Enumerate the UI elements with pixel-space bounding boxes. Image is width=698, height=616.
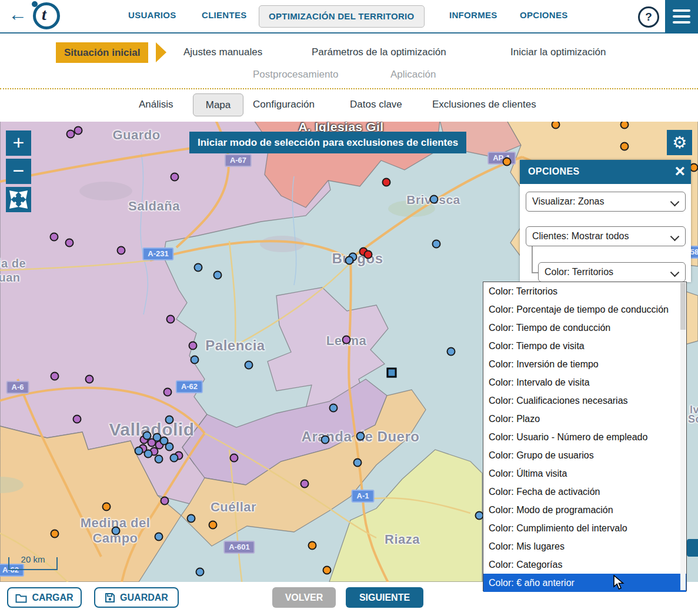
customer-marker[interactable]: [155, 455, 163, 464]
customer-marker[interactable]: [356, 432, 365, 441]
tab-mapa[interactable]: Mapa: [193, 93, 243, 116]
dropdown-scrollbar[interactable]: [680, 283, 686, 590]
help-icon[interactable]: ?: [638, 6, 659, 28]
customer-marker[interactable]: [144, 450, 153, 458]
color-option[interactable]: Color: Grupo de usuarios: [483, 446, 686, 464]
customer-marker[interactable]: [189, 342, 198, 350]
step-iniciar-optimizacion[interactable]: Iniciar la optimización: [510, 46, 606, 58]
customer-marker[interactable]: [382, 178, 391, 187]
customer-marker[interactable]: [85, 375, 94, 384]
volver-button[interactable]: VOLVER: [272, 587, 336, 608]
customer-marker[interactable]: [165, 443, 174, 451]
color-option[interactable]: Color: Intervalo de visita: [483, 373, 686, 391]
back-arrow-icon[interactable]: ←: [8, 4, 27, 25]
customer-marker[interactable]: [447, 347, 456, 356]
customer-marker[interactable]: [187, 514, 196, 523]
color-option[interactable]: Color: Tiempo de conducción: [483, 319, 686, 337]
color-option[interactable]: Color: Cumplimiento del intervalo: [483, 519, 686, 537]
color-option[interactable]: Color: Mis lugares: [483, 537, 686, 555]
cargar-button[interactable]: CARGAR: [7, 587, 82, 608]
step-parametros[interactable]: Parámetros de la optimización: [312, 46, 446, 58]
customer-marker[interactable]: [163, 388, 172, 397]
customer-marker[interactable]: [112, 527, 121, 535]
visualizar-select[interactable]: Visualizar: Zonas: [526, 192, 686, 212]
customer-marker[interactable]: [51, 372, 59, 381]
customer-marker[interactable]: [196, 568, 205, 577]
nav-opciones[interactable]: OPCIONES: [520, 10, 568, 20]
hamburger-menu-icon[interactable]: [665, 0, 698, 34]
map-settings-gear-icon[interactable]: ⚙: [667, 130, 692, 155]
tab-datos-clave[interactable]: Datos clave: [350, 99, 402, 111]
customer-marker[interactable]: [194, 263, 203, 272]
nav-usuarios[interactable]: USUARIOS: [128, 10, 176, 20]
color-option[interactable]: Color: Tiempo de visita: [483, 337, 686, 355]
customer-marker[interactable]: [342, 336, 351, 344]
zoom-in-button[interactable]: +: [6, 130, 31, 156]
color-option[interactable]: Color: Cualificaciones necesarias: [483, 391, 686, 410]
nav-informes[interactable]: INFORMES: [449, 10, 497, 20]
customer-marker[interactable]: [300, 480, 309, 488]
customer-marker[interactable]: [73, 415, 82, 424]
customer-marker[interactable]: [65, 239, 74, 247]
customer-marker[interactable]: [166, 315, 175, 324]
customer-marker[interactable]: [308, 541, 317, 550]
customer-marker[interactable]: [345, 256, 354, 265]
customer-marker[interactable]: [430, 195, 439, 204]
customer-marker[interactable]: [191, 356, 199, 364]
color-option[interactable]: Color: Inversión de tiempo: [483, 355, 686, 373]
hidden-map-button[interactable]: [687, 539, 698, 557]
step-ajustes-manuales[interactable]: Ajustes manuales: [183, 46, 262, 58]
nav-clientes[interactable]: CLIENTES: [202, 10, 247, 20]
customer-marker[interactable]: [135, 447, 143, 456]
home-marker[interactable]: [387, 368, 397, 378]
customer-marker[interactable]: [102, 503, 111, 511]
tab-configuracion[interactable]: Configuración: [253, 99, 315, 111]
customer-marker[interactable]: [74, 126, 83, 135]
customer-marker[interactable]: [329, 404, 338, 413]
customer-marker[interactable]: [171, 173, 179, 182]
customer-marker[interactable]: [161, 497, 169, 505]
nav-optimizacion-territorio[interactable]: OPTIMIZACIÓN DEL TERRITORIO: [259, 5, 425, 28]
color-option[interactable]: Color: Categorías: [483, 555, 686, 574]
tab-analisis[interactable]: Análisis: [139, 99, 173, 111]
siguiente-button[interactable]: SIGUIENTE: [346, 587, 423, 608]
selection-mode-banner-button[interactable]: Iniciar modo de selección para exclusion…: [189, 132, 466, 153]
customer-marker[interactable]: [165, 416, 174, 424]
customer-marker[interactable]: [213, 271, 222, 280]
customer-marker[interactable]: [552, 120, 560, 129]
color-option[interactable]: Color: Plazo: [483, 410, 686, 428]
color-option[interactable]: Color: Última visita: [483, 464, 686, 483]
tab-exclusiones[interactable]: Exclusiones de clientes: [432, 99, 536, 111]
customer-marker[interactable]: [51, 530, 59, 538]
customer-marker[interactable]: [170, 454, 179, 463]
customer-marker[interactable]: [245, 361, 253, 370]
customer-marker[interactable]: [117, 246, 126, 255]
customer-marker[interactable]: [143, 431, 152, 440]
customer-marker[interactable]: [209, 521, 218, 530]
app-logo[interactable]: t: [33, 2, 60, 29]
customer-marker[interactable]: [321, 436, 330, 444]
zoom-out-button[interactable]: −: [6, 159, 31, 184]
color-select[interactable]: Color: Territorios: [538, 262, 686, 282]
clientes-select[interactable]: Clientes: Mostrar todos: [526, 226, 686, 246]
color-option[interactable]: Color: Territorios: [483, 282, 686, 300]
customer-marker[interactable]: [155, 533, 163, 541]
color-option[interactable]: Color: Modo de programación: [483, 501, 686, 519]
customer-marker[interactable]: [230, 454, 239, 463]
color-option[interactable]: Color: € año anterior: [483, 574, 686, 592]
customer-marker[interactable]: [503, 158, 512, 166]
customer-marker[interactable]: [353, 458, 362, 467]
color-option[interactable]: Color: Porcentaje de tiempo de conducció…: [483, 300, 686, 319]
customer-marker[interactable]: [432, 240, 441, 249]
fullscreen-button[interactable]: [6, 187, 31, 212]
close-icon[interactable]: ×: [674, 161, 685, 181]
customer-marker[interactable]: [620, 120, 629, 129]
customer-marker[interactable]: [50, 233, 59, 242]
step-situacion-inicial[interactable]: Situación inicial: [56, 42, 148, 63]
customer-marker[interactable]: [323, 566, 332, 575]
customer-marker[interactable]: [620, 142, 629, 151]
customer-marker[interactable]: [364, 250, 373, 259]
guardar-button[interactable]: GUARDAR: [94, 587, 179, 608]
color-option[interactable]: Color: Usuario - Número de empleado: [483, 428, 686, 446]
color-option[interactable]: Color: Fecha de activación: [483, 483, 686, 501]
